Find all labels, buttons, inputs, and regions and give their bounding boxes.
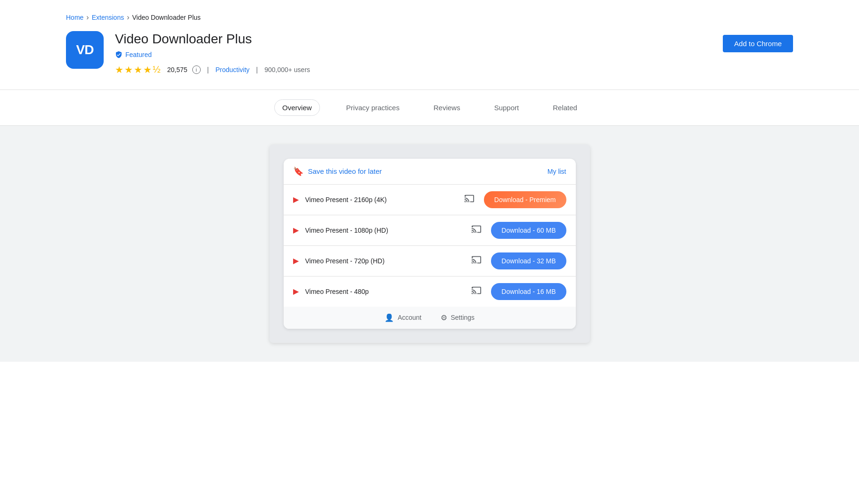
tab-related[interactable]: Related bbox=[545, 100, 585, 115]
download-btn-3[interactable]: Download - 32 MB bbox=[491, 252, 566, 269]
play-icon-2: ▶ bbox=[293, 226, 299, 235]
account-label: Account bbox=[398, 314, 422, 321]
cast-icon-4 bbox=[471, 285, 482, 298]
star-3: ★ bbox=[134, 64, 142, 75]
tab-privacy[interactable]: Privacy practices bbox=[339, 100, 407, 115]
video-row-2-left: ▶ Vimeo Present - 1080p (HD) bbox=[293, 226, 388, 235]
popup-footer: 👤 Account ⚙ Settings bbox=[284, 307, 576, 329]
cast-icon-1 bbox=[464, 193, 474, 206]
breadcrumb: Home › Extensions › Video Downloader Plu… bbox=[0, 0, 859, 31]
add-to-chrome-button[interactable]: Add to Chrome bbox=[723, 35, 793, 52]
extension-header: VD Video Downloader Plus Featured ★ ★ ★ … bbox=[0, 31, 859, 89]
star-4: ★ bbox=[143, 64, 152, 75]
divider2: | bbox=[256, 66, 258, 73]
video-row-4-right: Download - 16 MB bbox=[471, 283, 566, 300]
popup-wrapper: 🔖 Save this video for later My list ▶ Vi… bbox=[270, 145, 590, 343]
breadcrumb-extensions[interactable]: Extensions bbox=[92, 14, 124, 21]
star-rating: ★ ★ ★ ★ ½ bbox=[115, 64, 161, 75]
settings-label: Settings bbox=[451, 314, 475, 321]
rating-info-icon[interactable]: i bbox=[192, 65, 201, 74]
video-row-2: ▶ Vimeo Present - 1080p (HD) Download - … bbox=[284, 215, 576, 246]
play-icon-3: ▶ bbox=[293, 256, 299, 265]
featured-label: Featured bbox=[125, 51, 152, 58]
cast-icon-3 bbox=[471, 254, 482, 267]
video-row-3-left: ▶ Vimeo Present - 720p (HD) bbox=[293, 256, 385, 265]
tab-reviews[interactable]: Reviews bbox=[426, 100, 468, 115]
user-count: 900,000+ users bbox=[264, 66, 310, 73]
download-btn-2[interactable]: Download - 60 MB bbox=[491, 222, 566, 239]
breadcrumb-sep-2: › bbox=[127, 13, 129, 22]
video-row-4-left: ▶ Vimeo Present - 480p bbox=[293, 287, 369, 296]
bookmark-icon: 🔖 bbox=[293, 166, 303, 177]
breadcrumb-sep-1: › bbox=[86, 13, 89, 22]
ext-header-left: VD Video Downloader Plus Featured ★ ★ ★ … bbox=[66, 31, 310, 75]
featured-icon bbox=[115, 51, 123, 58]
video-row-3-right: Download - 32 MB bbox=[471, 252, 566, 269]
tab-overview[interactable]: Overview bbox=[274, 99, 320, 116]
extension-title: Video Downloader Plus bbox=[115, 31, 310, 47]
video-title-4: Vimeo Present - 480p bbox=[305, 288, 369, 295]
video-title-3: Vimeo Present - 720p (HD) bbox=[305, 257, 385, 265]
account-icon: 👤 bbox=[385, 313, 394, 322]
cast-icon-2 bbox=[471, 224, 482, 236]
tab-navigation: Overview Privacy practices Reviews Suppo… bbox=[0, 90, 859, 126]
save-label: Save this video for later bbox=[308, 167, 382, 175]
star-2: ★ bbox=[124, 64, 133, 75]
video-row-1: ▶ Vimeo Present - 2160p (4K) Download - … bbox=[284, 185, 576, 215]
category-link[interactable]: Productivity bbox=[215, 66, 249, 73]
divider: | bbox=[207, 66, 209, 73]
breadcrumb-current: Video Downloader Plus bbox=[132, 14, 201, 21]
video-row-1-left: ▶ Vimeo Present - 2160p (4K) bbox=[293, 195, 387, 204]
main-content: 🔖 Save this video for later My list ▶ Vi… bbox=[0, 126, 859, 362]
video-row-1-right: Download - Premiem bbox=[464, 191, 566, 208]
play-icon-1: ▶ bbox=[293, 195, 299, 204]
video-title-2: Vimeo Present - 1080p (HD) bbox=[305, 227, 388, 234]
settings-icon: ⚙ bbox=[441, 313, 447, 322]
popup-header-left: 🔖 Save this video for later bbox=[293, 166, 382, 177]
video-title-1: Vimeo Present - 2160p (4K) bbox=[305, 196, 387, 203]
star-1: ★ bbox=[115, 64, 123, 75]
popup-header: 🔖 Save this video for later My list bbox=[284, 159, 576, 185]
settings-footer-item[interactable]: ⚙ Settings bbox=[441, 313, 475, 322]
video-row-2-right: Download - 60 MB bbox=[471, 222, 566, 239]
rating-count: 20,575 bbox=[167, 66, 188, 73]
play-icon-4: ▶ bbox=[293, 287, 299, 296]
video-row-4: ▶ Vimeo Present - 480p Download - 16 MB bbox=[284, 276, 576, 307]
download-btn-1[interactable]: Download - Premiem bbox=[484, 191, 566, 208]
featured-badge: Featured bbox=[115, 51, 310, 58]
account-footer-item[interactable]: 👤 Account bbox=[385, 313, 422, 322]
meta-row: ★ ★ ★ ★ ½ 20,575 i | Productivity | 900,… bbox=[115, 64, 310, 75]
ext-info: Video Downloader Plus Featured ★ ★ ★ ★ ½… bbox=[115, 31, 310, 75]
star-half: ½ bbox=[153, 64, 161, 75]
extension-logo: VD bbox=[66, 31, 104, 69]
breadcrumb-home[interactable]: Home bbox=[66, 14, 83, 21]
download-btn-4[interactable]: Download - 16 MB bbox=[491, 283, 566, 300]
video-row-3: ▶ Vimeo Present - 720p (HD) Download - 3… bbox=[284, 246, 576, 276]
tab-support[interactable]: Support bbox=[487, 100, 527, 115]
my-list-link[interactable]: My list bbox=[548, 168, 566, 175]
popup-card: 🔖 Save this video for later My list ▶ Vi… bbox=[284, 159, 576, 329]
